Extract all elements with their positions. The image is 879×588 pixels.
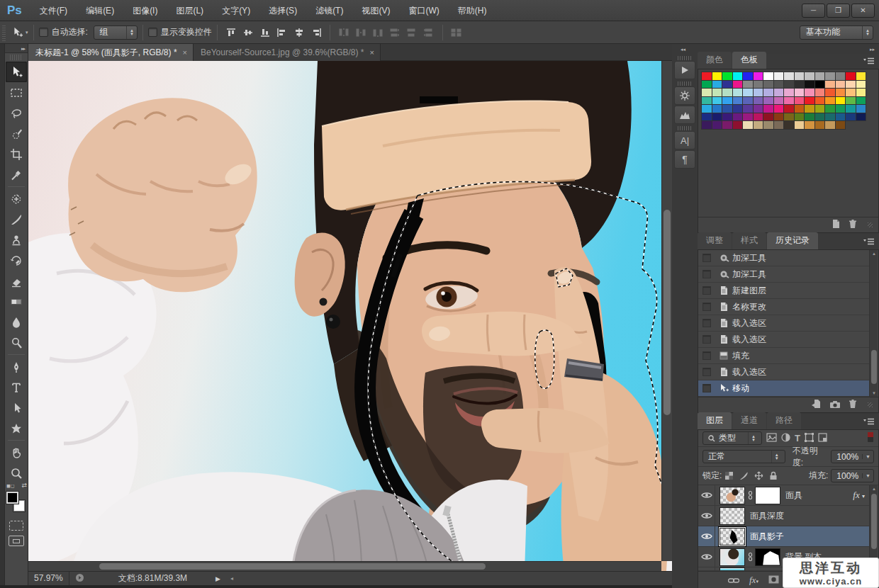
shape-tool[interactable] — [6, 418, 27, 439]
layer-thumbnail[interactable] — [720, 528, 745, 545]
scrollbar-thumb[interactable] — [871, 494, 877, 549]
opacity-field[interactable]: 100% ▼ — [831, 450, 874, 463]
color-swatch[interactable] — [722, 113, 732, 121]
color-swatch[interactable] — [733, 121, 743, 129]
lock-position-icon[interactable] — [754, 471, 763, 480]
color-swatch[interactable] — [774, 121, 784, 129]
color-swatch[interactable] — [754, 81, 763, 89]
color-swatch[interactable] — [795, 121, 805, 129]
color-swatch[interactable] — [743, 113, 753, 121]
color-swatch[interactable] — [763, 105, 773, 113]
type-tool[interactable] — [6, 377, 27, 397]
lock-transparency-icon[interactable] — [724, 471, 734, 480]
foreground-color-swatch[interactable] — [6, 492, 18, 504]
new-swatch-icon[interactable] — [831, 219, 841, 232]
align-right-icon[interactable] — [308, 25, 325, 40]
color-swatch[interactable] — [846, 97, 856, 105]
distribute-left-icon[interactable] — [386, 25, 403, 40]
align-vcenter-icon[interactable] — [240, 25, 257, 40]
tab-swatches[interactable]: 色板 — [732, 52, 766, 69]
workspace-switcher[interactable]: 基本功能 ▲▼ — [800, 26, 873, 40]
color-swatch[interactable] — [754, 72, 763, 80]
color-swatch[interactable] — [733, 72, 743, 80]
clone-stamp-tool[interactable] — [6, 230, 27, 250]
color-swatch[interactable] — [815, 113, 825, 121]
layer-style-icon[interactable]: fx▾ — [749, 575, 758, 586]
color-swatch[interactable] — [815, 72, 825, 80]
panel-menu-icon[interactable] — [863, 57, 875, 67]
color-swatch[interactable] — [712, 89, 722, 96]
color-swatch[interactable] — [774, 105, 784, 113]
color-swatch[interactable] — [763, 97, 773, 105]
history-source-checkbox[interactable] — [702, 254, 711, 262]
color-swatch[interactable] — [774, 113, 784, 121]
auto-select-dropdown[interactable]: 组 ▲▼ — [94, 26, 138, 40]
color-swatch[interactable] — [805, 105, 814, 113]
align-left-icon[interactable] — [274, 25, 291, 40]
menu-image[interactable]: 图像(I) — [123, 0, 167, 21]
color-swatch[interactable] — [733, 97, 743, 105]
color-swatch[interactable] — [795, 97, 805, 105]
color-swatch[interactable] — [722, 105, 732, 113]
histogram-panel-icon[interactable] — [674, 106, 695, 124]
color-swatch[interactable] — [846, 105, 856, 113]
align-hcenter-icon[interactable] — [291, 25, 308, 40]
preset-dropdown-arrow[interactable]: ▾ — [26, 30, 28, 35]
resize-grip-icon[interactable] — [868, 222, 873, 227]
color-swatch[interactable] — [784, 81, 794, 89]
color-swatch[interactable] — [733, 89, 743, 96]
filter-pixel-layer-icon[interactable] — [766, 433, 777, 444]
swap-colors-icon[interactable]: ⇄ — [21, 482, 27, 489]
color-swatch[interactable] — [743, 105, 753, 113]
color-swatch[interactable] — [722, 81, 732, 89]
pen-tool[interactable] — [6, 356, 27, 377]
history-item[interactable]: 载入选区 — [698, 364, 869, 380]
panel-menu-icon[interactable] — [863, 418, 875, 428]
menu-edit[interactable]: 编辑(E) — [77, 0, 123, 21]
history-item[interactable]: 填充 — [698, 348, 869, 364]
scroll-up-icon[interactable]: ▲ — [871, 251, 877, 256]
color-swatch[interactable] — [836, 97, 846, 105]
color-swatch[interactable] — [774, 89, 784, 96]
default-colors-icon[interactable]: ◼◻ — [6, 483, 15, 489]
color-swatch[interactable] — [743, 81, 753, 89]
tab-paths[interactable]: 路径 — [767, 412, 801, 429]
add-layer-mask-icon[interactable] — [768, 574, 779, 587]
minimize-button[interactable]: ─ — [802, 4, 825, 18]
color-swatch[interactable] — [763, 121, 773, 129]
new-doc-from-state-icon[interactable] — [811, 399, 822, 412]
color-swatch[interactable] — [763, 89, 773, 96]
color-swatch[interactable] — [702, 97, 712, 105]
color-swatch[interactable] — [722, 121, 732, 129]
color-swatch[interactable] — [805, 72, 814, 80]
history-item[interactable]: 名称更改 — [698, 299, 869, 315]
color-swatch[interactable] — [815, 81, 825, 89]
canvas[interactable] — [28, 61, 672, 571]
history-item[interactable]: 加深工具 — [698, 266, 869, 283]
history-source-checkbox[interactable] — [702, 319, 711, 327]
show-transform-checkbox[interactable] — [148, 28, 157, 37]
auto-align-icon[interactable] — [448, 25, 465, 40]
color-swatch[interactable] — [825, 121, 835, 129]
color-swatch[interactable] — [712, 121, 722, 129]
menu-file[interactable]: 文件(F) — [30, 0, 77, 21]
color-swatch[interactable] — [784, 72, 794, 80]
layer-fx-badge[interactable]: fx ▾ — [853, 490, 865, 501]
toolbar-grip[interactable] — [10, 55, 23, 60]
layer-thumbnail[interactable] — [720, 548, 745, 566]
color-swatch[interactable] — [825, 72, 835, 80]
crop-tool[interactable] — [6, 144, 27, 164]
menu-window[interactable]: 窗口(W) — [399, 0, 448, 21]
color-swatch[interactable] — [743, 89, 753, 96]
menu-select[interactable]: 选择(S) — [259, 0, 306, 21]
delete-state-icon[interactable] — [848, 399, 858, 412]
color-swatch[interactable] — [856, 81, 866, 89]
color-swatch[interactable] — [825, 97, 835, 105]
color-swatch[interactable] — [784, 89, 794, 96]
dock-grip[interactable] — [678, 56, 692, 60]
color-swatch[interactable] — [836, 89, 846, 96]
layer-mask-thumbnail[interactable] — [755, 487, 780, 504]
color-swatch[interactable] — [815, 105, 825, 113]
distribute-bottom-icon[interactable] — [369, 25, 386, 40]
visibility-eye-icon[interactable] — [698, 547, 715, 567]
